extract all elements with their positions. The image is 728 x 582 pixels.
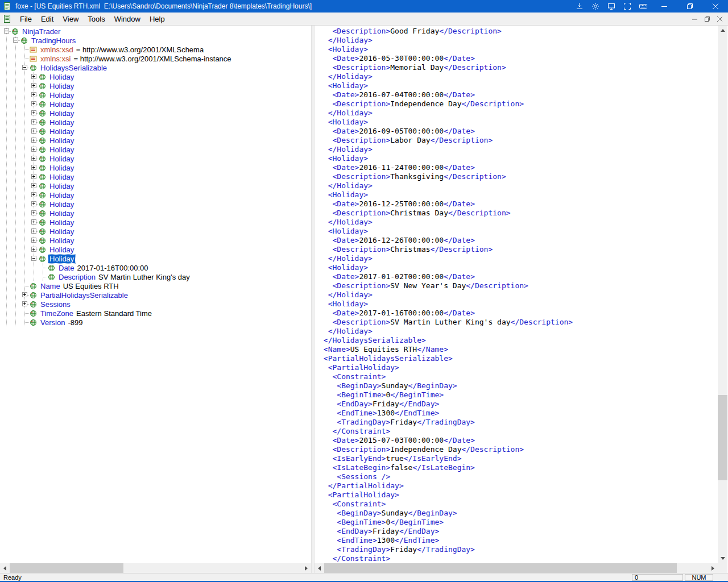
expand-box-icon[interactable]: [31, 247, 36, 252]
expand-box-icon[interactable]: [31, 83, 36, 88]
code-line[interactable]: <Holiday>: [319, 300, 718, 309]
tree-node-holiday[interactable]: Holiday: [2, 245, 311, 254]
tree-node-label[interactable]: NinjaTrader: [21, 27, 61, 36]
tree-node-holiday[interactable]: Holiday: [2, 163, 311, 172]
code-line[interactable]: <Holiday>: [319, 81, 718, 90]
collapse-box-icon[interactable]: [13, 38, 18, 43]
settings-gear-icon[interactable]: [588, 0, 603, 13]
scroll-down-button[interactable]: [718, 554, 727, 563]
child-minimize-button[interactable]: [688, 14, 701, 24]
tree-node-label[interactable]: Holiday: [48, 155, 75, 163]
editor-vertical-scrollbar[interactable]: [718, 26, 727, 563]
tree-node-label[interactable]: PartialHolidaysSerializable: [39, 291, 129, 300]
tree-node-label[interactable]: Holiday: [48, 136, 75, 145]
tree-node-holiday[interactable]: Holiday: [2, 199, 311, 209]
code-line[interactable]: <Description>Memorial Day</Description>: [319, 63, 718, 72]
code-line[interactable]: <Date>2017-01-02T00:00:00</Date>: [319, 272, 718, 281]
tree-node-partialholidaysserializable[interactable]: PartialHolidaysSerializable: [2, 290, 311, 300]
tree-node-label[interactable]: TradingHours: [30, 36, 77, 45]
code-line[interactable]: <Date>2015-07-03T00:00:00</Date>: [319, 436, 718, 445]
expand-box-icon[interactable]: [31, 138, 36, 143]
code-line[interactable]: <Sessions />: [319, 472, 718, 481]
expand-box-icon[interactable]: [31, 219, 36, 225]
expand-box-icon[interactable]: [31, 165, 36, 170]
code-line[interactable]: <Description>Independence Day</Descripti…: [319, 99, 718, 109]
code-line[interactable]: <Description>SV Martin Luther King's day…: [319, 318, 718, 327]
tree-node-label[interactable]: Holiday: [48, 109, 75, 118]
tree-node-holiday[interactable]: Holiday: [2, 145, 311, 154]
code-line[interactable]: <Description>Good Friday</Description>: [319, 27, 718, 36]
code-line[interactable]: <Description>Thanksgiving</Description>: [319, 172, 718, 181]
tree-node-label[interactable]: HolidaysSerializable: [39, 64, 108, 72]
tree-node-label[interactable]: xmlns:xsd: [39, 45, 75, 54]
code-line[interactable]: <EndDay>Friday</EndDay>: [319, 527, 718, 536]
code-line[interactable]: </Holiday>: [319, 254, 718, 263]
expand-box-icon[interactable]: [31, 74, 36, 79]
code-line[interactable]: <Date>2016-12-25T00:00:00</Date>: [319, 199, 718, 209]
tree-node-label[interactable]: Holiday: [48, 246, 75, 254]
code-line[interactable]: <BeginDay>Sunday</BeginDay>: [319, 509, 718, 518]
tree-node-label[interactable]: Sessions: [39, 300, 72, 309]
code-line[interactable]: <Description>Christmas Day</Description>: [319, 209, 718, 218]
menu-item-view[interactable]: View: [58, 13, 83, 25]
tree-node-holiday[interactable]: Holiday: [2, 109, 311, 118]
collapse-box-icon[interactable]: [4, 28, 9, 34]
tree-node-label[interactable]: Holiday: [48, 73, 75, 81]
tree-node-holiday[interactable]: Holiday: [2, 118, 311, 127]
tree-node-label[interactable]: TimeZone: [39, 309, 75, 318]
code-line[interactable]: </Holiday>: [319, 290, 718, 300]
tree-node-holiday[interactable]: Holiday: [2, 154, 311, 163]
tree-node-label[interactable]: Holiday: [48, 227, 75, 236]
code-line[interactable]: <TradingDay>Friday</TradingDay>: [319, 418, 718, 427]
scroll-right-button[interactable]: [708, 563, 718, 573]
code-line[interactable]: </Holiday>: [319, 72, 718, 81]
scroll-up-button[interactable]: [718, 26, 727, 35]
code-line[interactable]: <Description>Labor Day</Description>: [319, 136, 718, 145]
code-line[interactable]: <IsLateBegin>false</IsLateBegin>: [319, 463, 718, 472]
tree-node-label[interactable]: Name: [39, 282, 61, 290]
tree-node-timezone[interactable]: TimeZoneEastern Standard Time: [2, 309, 311, 318]
tree-node-version[interactable]: Version-899: [2, 318, 311, 327]
code-line[interactable]: <PartialHolidaysSerializable>: [319, 354, 718, 363]
tree-node-label[interactable]: Holiday: [48, 127, 75, 136]
code-line[interactable]: <Holiday>: [319, 227, 718, 236]
code-line[interactable]: <Description>Christmas</Description>: [319, 245, 718, 254]
tree-node-label[interactable]: Holiday: [48, 91, 75, 99]
expand-box-icon[interactable]: [31, 147, 36, 152]
code-line[interactable]: </Constraint>: [319, 554, 718, 563]
expand-box-icon[interactable]: [31, 92, 36, 97]
tree-node-tradinghours[interactable]: TradingHours: [2, 36, 311, 45]
code-line[interactable]: <Description>Independence Day</Descripti…: [319, 445, 718, 454]
menu-item-help[interactable]: Help: [145, 13, 169, 25]
tree-node-holiday[interactable]: Holiday: [2, 90, 311, 99]
collapse-box-icon[interactable]: [22, 65, 27, 70]
code-line[interactable]: </Holiday>: [319, 145, 718, 154]
vertical-scroll-thumb[interactable]: [718, 395, 727, 480]
scroll-left-button[interactable]: [315, 563, 324, 573]
code-line[interactable]: <BeginTime>0</BeginTime>: [319, 390, 718, 400]
code-line[interactable]: <PartialHoliday>: [319, 363, 718, 372]
code-line[interactable]: <IsEarlyEnd>true</IsEarlyEnd>: [319, 454, 718, 463]
tree-node-label[interactable]: Version: [39, 318, 66, 327]
tree-node-sessions[interactable]: Sessions: [2, 300, 311, 309]
app-icon[interactable]: [3, 2, 12, 11]
xml-source-editor[interactable]: <Description>Good Friday</Description> <…: [315, 26, 718, 563]
expand-box-icon[interactable]: [31, 228, 36, 234]
code-line[interactable]: </HolidaysSerializable>: [319, 336, 718, 345]
tree-node-holiday[interactable]: Holiday: [2, 72, 311, 81]
expand-box-icon[interactable]: [31, 210, 36, 215]
code-line[interactable]: <Constraint>: [319, 500, 718, 509]
code-line[interactable]: <BeginDay>Sunday</BeginDay>: [319, 381, 718, 390]
tree-node-holiday[interactable]: Holiday: [2, 181, 311, 190]
code-line[interactable]: </Holiday>: [319, 36, 718, 45]
tree-node-label[interactable]: Holiday: [48, 82, 75, 90]
expand-box-icon[interactable]: [31, 156, 36, 161]
tree-node-label[interactable]: Description: [57, 273, 97, 281]
fit-to-screen-icon[interactable]: [572, 0, 588, 13]
tree-node-holidaysserializable[interactable]: HolidaysSerializable: [2, 63, 311, 72]
tree-node-label[interactable]: Holiday: [48, 146, 75, 154]
tree-node-holiday[interactable]: Holiday: [2, 172, 311, 181]
menu-item-tools[interactable]: Tools: [83, 13, 109, 25]
tree-node-holiday[interactable]: Holiday: [2, 81, 311, 90]
code-line[interactable]: </Holiday>: [319, 327, 718, 336]
